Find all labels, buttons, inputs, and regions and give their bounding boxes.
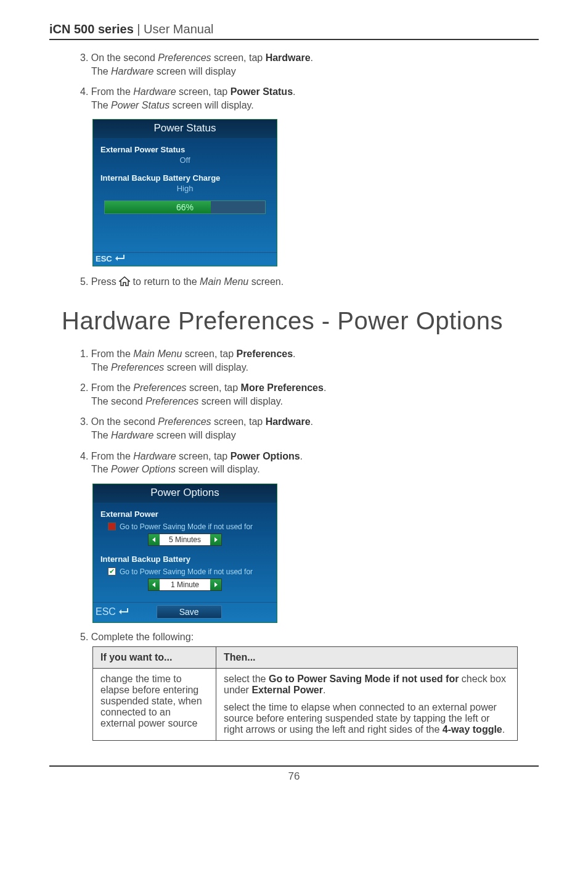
section-title: Hardware Preferences - Power Options [62,307,539,335]
device1-title: Power Status [93,120,277,139]
step-a4: 4. From the Hardware screen, tap Power S… [80,85,539,112]
steps-list-a5: 5. Press to return to the Main Menu scre… [80,275,539,290]
esc-button[interactable]: ESC [96,606,128,617]
enter-icon [115,254,125,263]
battery-charge-value: High [93,183,277,196]
header-sep: | [134,22,144,36]
internal-battery-chk-text: Go to Power Saving Mode if not used for [120,567,253,576]
step-b1: 1. From the Main Menu screen, tap Prefer… [80,347,539,374]
external-power-status-label: External Power Status [93,139,277,154]
battery-progress-bar: 66% [104,200,266,214]
step-b5: 5. Complete the following: [80,632,539,643]
table-cell-if: change the time to elapse before enterin… [93,668,216,740]
power-status-screenshot: Power Status External Power Status Off I… [92,119,277,266]
internal-battery-spinner[interactable]: 1 Minute [148,579,222,591]
steps-list-b: 1. From the Main Menu screen, tap Prefer… [80,347,539,476]
power-options-screenshot: Power Options External Power Go to Power… [92,484,277,623]
battery-percent: 66% [105,202,265,212]
step-a3: 3. On the second Preferences screen, tap… [80,51,539,78]
save-button[interactable]: Save [157,605,222,619]
external-power-checkbox[interactable] [108,522,116,530]
device2-title: Power Options [93,484,277,503]
internal-battery-label: Internal Backup Battery [93,548,277,564]
esc-button[interactable]: ESC [96,254,125,263]
arrow-left-icon[interactable] [149,534,160,545]
table-header-1: If you want to... [93,646,216,668]
home-icon [119,276,130,290]
steps-list-a: 3. On the second Preferences screen, tap… [80,51,539,112]
enter-icon [118,606,128,617]
external-power-label: External Power [93,503,277,519]
product-name: iCN 500 series [49,22,134,36]
table-cell-then: select the Go to Power Saving Mode if no… [216,668,518,740]
external-power-spinner[interactable]: 5 Minutes [148,534,222,546]
internal-battery-spin-value: 1 Minute [160,579,210,590]
step-b2: 2. From the Preferences screen, tap More… [80,381,539,408]
arrow-left-icon[interactable] [149,579,160,590]
external-power-spin-value: 5 Minutes [160,534,210,545]
arrow-right-icon[interactable] [210,579,221,590]
step-b3: 3. On the second Preferences screen, tap… [80,415,539,442]
page-header: iCN 500 series | User Manual [49,22,539,40]
doc-type: User Manual [144,22,213,36]
step-a5: 5. Press to return to the Main Menu scre… [80,275,539,290]
instruction-table: If you want to... Then... change the tim… [92,646,518,741]
battery-charge-label: Internal Backup Battery Charge [93,167,277,183]
step-b4: 4. From the Hardware screen, tap Power O… [80,450,539,476]
external-power-chk-text: Go to Power Saving Mode if not used for [120,522,253,531]
external-power-status-value: Off [93,154,277,167]
internal-battery-checkbox[interactable] [108,567,116,575]
arrow-right-icon[interactable] [210,534,221,545]
page-number: 76 [49,765,539,783]
table-header-2: Then... [216,646,518,668]
